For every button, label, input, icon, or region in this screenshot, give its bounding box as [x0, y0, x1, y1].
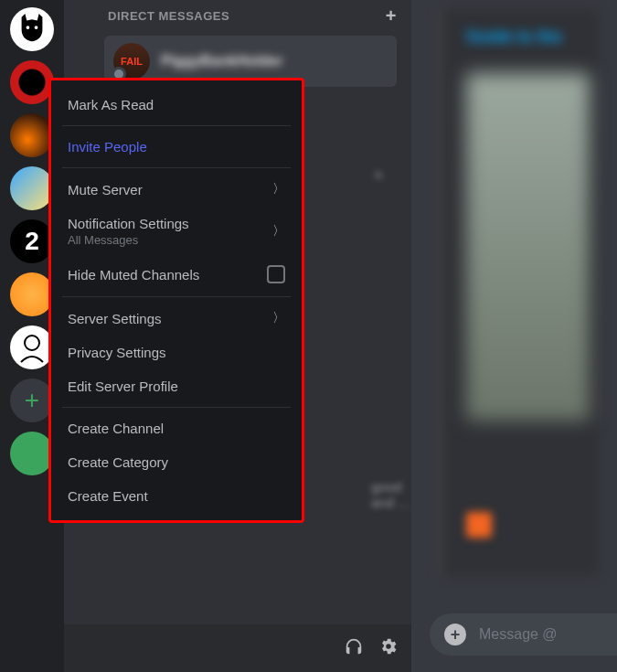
menu-notification-settings[interactable]: Notification Settings All Messages 〉 — [59, 207, 294, 256]
dm-avatar: FAIL — [113, 43, 150, 80]
menu-create-event[interactable]: Create Event — [59, 479, 294, 513]
dm-avatar-text: FAIL — [121, 56, 143, 67]
embed-badge — [466, 512, 492, 538]
menu-sublabel: All Messages — [68, 233, 138, 247]
menu-privacy-settings[interactable]: Privacy Settings — [59, 336, 294, 369]
svg-point-0 — [27, 26, 30, 29]
server-icon-home[interactable] — [10, 7, 54, 51]
profile-sketch-icon — [16, 331, 48, 364]
server-icon-4[interactable]: 2 — [10, 219, 54, 263]
menu-edit-server-profile[interactable]: Edit Server Profile — [59, 369, 294, 403]
server-icon-6[interactable] — [10, 325, 54, 369]
server-icon-explore[interactable] — [10, 432, 54, 475]
background-text: good and ... — [371, 479, 411, 510]
svg-point-1 — [35, 26, 38, 29]
menu-create-category[interactable]: Create Category — [59, 445, 294, 479]
menu-server-settings[interactable]: Server Settings 〉 — [59, 301, 294, 336]
svg-point-2 — [25, 336, 39, 350]
menu-label: Hide Muted Channels — [68, 267, 199, 283]
embed-image — [466, 73, 590, 421]
embed-title: Guide to the — [466, 27, 562, 47]
menu-separator — [62, 167, 291, 168]
message-placeholder: Message @ — [479, 626, 558, 643]
menu-mark-as-read[interactable]: Mark As Read — [59, 88, 294, 122]
chevron-right-icon: 〉 — [272, 223, 285, 240]
dm-header-label: DIRECT MESSAGES — [108, 9, 229, 23]
checkbox-icon[interactable] — [267, 265, 285, 283]
menu-mute-server[interactable]: Mute Server 〉 — [59, 172, 294, 207]
menu-label: Mute Server — [68, 182, 143, 197]
server-icon-5[interactable] — [10, 272, 54, 316]
menu-invite-people[interactable]: Invite People — [59, 130, 294, 164]
menu-hide-muted-channels[interactable]: Hide Muted Channels — [59, 256, 294, 293]
gear-icon[interactable] — [378, 636, 399, 660]
menu-label: Server Settings — [68, 311, 162, 326]
menu-label: Create Channel — [68, 421, 164, 436]
add-dm-button[interactable]: + — [386, 5, 397, 27]
menu-label: Create Event — [68, 488, 148, 504]
menu-separator — [62, 125, 291, 126]
server-icon-2[interactable] — [10, 113, 54, 157]
user-panel — [64, 624, 411, 672]
headphones-icon[interactable] — [344, 636, 364, 660]
menu-label: Create Category — [68, 454, 168, 470]
background-text: n — [375, 166, 382, 182]
server-icon-3[interactable] — [10, 166, 54, 210]
message-pane: Guide to the + Message @ — [411, 0, 617, 672]
menu-label: Invite People — [68, 139, 147, 155]
chevron-right-icon: 〉 — [272, 310, 285, 326]
monstercat-icon — [15, 12, 49, 47]
menu-label: Notification Settings — [68, 216, 189, 231]
menu-label: Edit Server Profile — [68, 379, 178, 394]
menu-separator — [62, 407, 291, 408]
menu-label: Mark As Read — [68, 97, 154, 112]
menu-create-channel[interactable]: Create Channel — [59, 411, 294, 445]
attach-button[interactable]: + — [444, 624, 466, 645]
menu-label: Privacy Settings — [68, 345, 166, 360]
menu-separator — [62, 296, 291, 297]
dm-username: PiggyBankHolder — [161, 53, 282, 69]
server-context-menu: Mark As Read Invite People Mute Server 〉… — [48, 78, 304, 523]
dm-header: DIRECT MESSAGES + — [64, 0, 411, 32]
server-icon-1[interactable] — [10, 60, 54, 104]
message-input-bar[interactable]: + Message @ — [430, 613, 617, 656]
chevron-right-icon: 〉 — [272, 181, 285, 197]
add-server-button[interactable]: + — [10, 379, 54, 422]
